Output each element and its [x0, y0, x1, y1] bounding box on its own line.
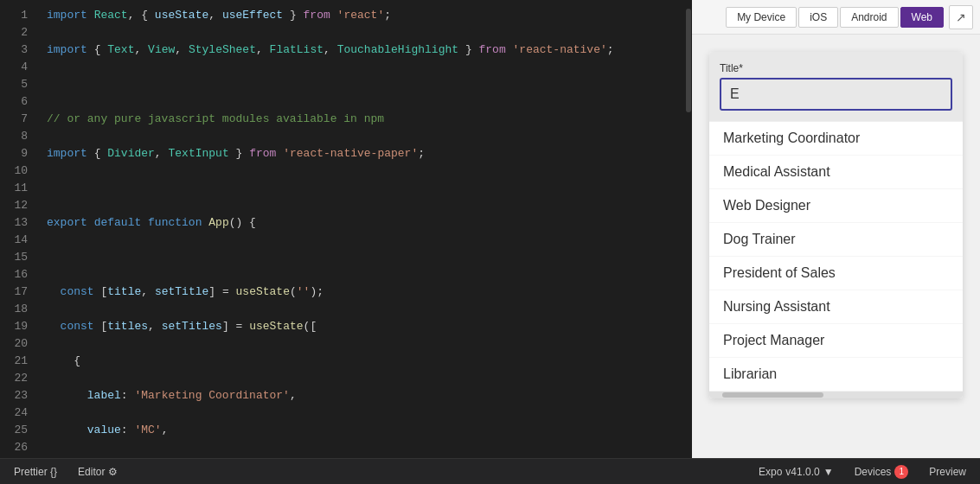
- ios-button[interactable]: iOS: [798, 7, 838, 28]
- dropdown-item-marketing-coordinator[interactable]: Marketing Coordinator: [709, 122, 963, 156]
- line-num: 13: [0, 214, 28, 232]
- phone-ui: Title* Marketing Coordinator Medical Ass…: [709, 52, 963, 398]
- web-button[interactable]: Web: [900, 7, 944, 28]
- line-num: 12: [0, 197, 28, 214]
- line-num: 20: [0, 335, 28, 353]
- preview-status[interactable]: Preview: [926, 463, 970, 481]
- line-num: 17: [0, 283, 28, 301]
- preview-toolbar: My Device iOS Android Web ↗: [692, 0, 980, 35]
- dropdown-item-librarian[interactable]: Librarian: [709, 358, 963, 392]
- line-num: 4: [0, 59, 28, 76]
- prettier-status[interactable]: Prettier {}: [10, 464, 61, 480]
- line-num: 23: [0, 387, 28, 404]
- preview-content: Title* Marketing Coordinator Medical Ass…: [692, 35, 980, 458]
- editor-scrollbar-track[interactable]: [685, 0, 692, 458]
- line-num: 7: [0, 111, 28, 128]
- line-num: 10: [0, 162, 28, 180]
- preview-scrollbar-thumb[interactable]: [722, 392, 823, 398]
- editor-scrollbar-thumb[interactable]: [686, 9, 691, 112]
- editor-settings-icon: ⚙: [108, 466, 118, 478]
- input-container: Title*: [709, 52, 963, 121]
- external-link-icon: ↗: [956, 10, 966, 24]
- preview-panel: My Device iOS Android Web ↗ Title* Marke…: [692, 0, 980, 458]
- line-num: 5: [0, 76, 28, 93]
- version-chevron-icon: ▼: [823, 466, 834, 478]
- line-num: 1: [0, 7, 28, 24]
- line-num: 16: [0, 266, 28, 283]
- devices-label: Devices: [855, 466, 892, 478]
- line-num: 11: [0, 180, 28, 197]
- line-num: 19: [0, 318, 28, 335]
- expo-status[interactable]: Expo v41.0.0 ▼: [755, 463, 837, 481]
- title-input-label: Title*: [720, 62, 952, 74]
- dropdown-item-web-designer[interactable]: Web Designer: [709, 189, 963, 223]
- code-container: 1 2 3 4 5 6 7 8 9 10 11 12 13 14 15 16 1…: [0, 0, 692, 458]
- prettier-label: Prettier {}: [14, 466, 57, 478]
- expo-label: Expo: [759, 466, 782, 478]
- line-num: 6: [0, 93, 28, 111]
- dropdown-list: Marketing Coordinator Medical Assistant …: [709, 121, 963, 392]
- status-bar: Prettier {} Editor ⚙ Expo v41.0.0 ▼ Devi…: [0, 458, 980, 484]
- line-num: 2: [0, 24, 28, 41]
- main-area: 1 2 3 4 5 6 7 8 9 10 11 12 13 14 15 16 1…: [0, 0, 980, 458]
- dropdown-item-president-of-sales[interactable]: President of Sales: [709, 257, 963, 290]
- line-num: 21: [0, 353, 28, 370]
- line-num: 14: [0, 232, 28, 249]
- line-num: 26: [0, 439, 28, 456]
- line-num: 25: [0, 422, 28, 439]
- preview-label: Preview: [929, 466, 966, 478]
- editor-panel: 1 2 3 4 5 6 7 8 9 10 11 12 13 14 15 16 1…: [0, 0, 692, 458]
- title-input[interactable]: [720, 78, 952, 111]
- line-num: 9: [0, 145, 28, 162]
- line-num: 18: [0, 301, 28, 318]
- editor-label: Editor: [78, 466, 105, 478]
- code-editor[interactable]: import React, { useState, useEffect } fr…: [36, 0, 685, 458]
- device-count-badge: 1: [894, 465, 908, 479]
- line-num: 8: [0, 128, 28, 145]
- line-num: 15: [0, 249, 28, 266]
- dropdown-item-medical-assistant[interactable]: Medical Assistant: [709, 156, 963, 189]
- devices-status[interactable]: Devices 1: [851, 463, 913, 481]
- preview-scrollbar[interactable]: [709, 392, 963, 398]
- status-right: Expo v41.0.0 ▼ Devices 1 Preview: [755, 463, 970, 481]
- expo-version: v41.0.0: [785, 466, 819, 478]
- line-num: 3: [0, 41, 28, 59]
- editor-status[interactable]: Editor ⚙: [74, 464, 121, 480]
- dropdown-item-dog-trainer[interactable]: Dog Trainer: [709, 223, 963, 257]
- dropdown-item-nursing-assistant[interactable]: Nursing Assistant: [709, 290, 963, 324]
- line-num: 24: [0, 404, 28, 422]
- external-link-button[interactable]: ↗: [949, 5, 973, 29]
- line-num: 27: [0, 456, 28, 458]
- android-button[interactable]: Android: [840, 7, 898, 28]
- line-numbers: 1 2 3 4 5 6 7 8 9 10 11 12 13 14 15 16 1…: [0, 0, 36, 458]
- line-num: 22: [0, 370, 28, 387]
- dropdown-item-project-manager[interactable]: Project Manager: [709, 324, 963, 358]
- my-device-button[interactable]: My Device: [726, 7, 797, 28]
